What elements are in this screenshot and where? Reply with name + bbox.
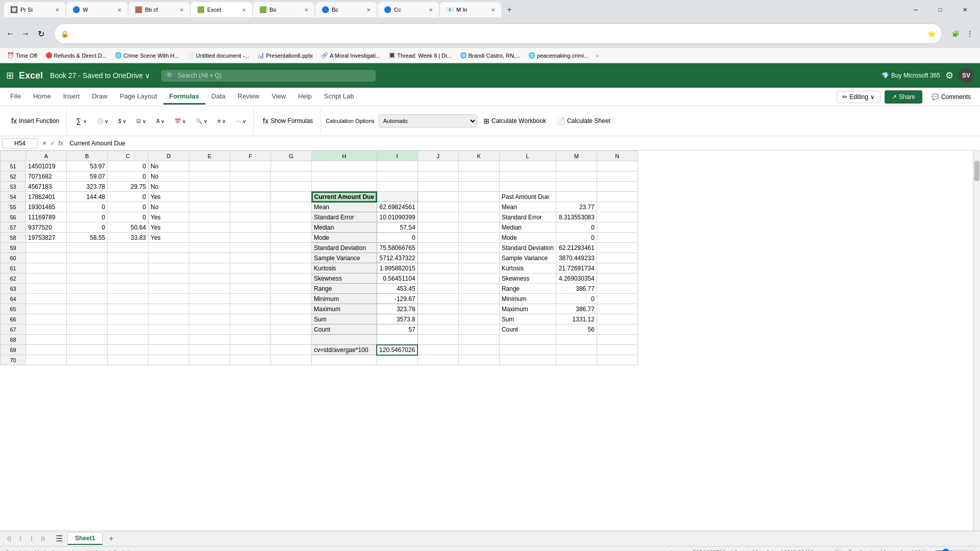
cell-b61[interactable] — [67, 263, 108, 273]
sheet-list-icon[interactable]: ☰ — [53, 533, 65, 545]
tab-insert[interactable]: Insert — [57, 89, 86, 105]
cell-h65[interactable]: Maximum — [312, 304, 377, 314]
minimize-button[interactable]: ─ — [904, 2, 927, 17]
cell-i58[interactable]: 0 — [377, 233, 418, 243]
tab-pr[interactable]: 🔲Pr Si✕ — [4, 2, 65, 17]
col-header-c[interactable]: C — [108, 151, 149, 161]
cell-a70[interactable] — [26, 355, 67, 365]
cell-l54[interactable]: Past Amount Due — [499, 192, 556, 202]
cell-n67[interactable] — [597, 324, 638, 335]
cell-d65[interactable] — [149, 304, 189, 314]
main-grid[interactable]: A B C D E F G H I J K L M N — [0, 151, 973, 531]
row-number[interactable]: 67 — [1, 324, 26, 335]
cell-j64[interactable] — [418, 294, 458, 304]
cell-j68[interactable] — [418, 335, 458, 345]
cell-f60[interactable] — [230, 253, 271, 263]
row-number[interactable]: 60 — [1, 253, 26, 263]
tab-view[interactable]: View — [265, 89, 292, 105]
cell-d61[interactable] — [149, 263, 189, 273]
cell-e54[interactable] — [189, 192, 230, 202]
col-header-j[interactable]: J — [418, 151, 458, 161]
cell-e51[interactable] — [189, 161, 230, 171]
zoom-slider[interactable] — [934, 548, 975, 552]
row-number[interactable]: 69 — [1, 345, 26, 355]
cell-a64[interactable] — [26, 294, 67, 304]
cell-b56[interactable]: 0 — [67, 212, 108, 222]
cell-c56[interactable]: 0 — [108, 212, 149, 222]
cell-i68[interactable] — [377, 335, 418, 345]
cell-m54[interactable] — [556, 192, 597, 202]
cell-m62[interactable]: 4.269030354 — [556, 273, 597, 284]
cell-l68[interactable] — [499, 335, 556, 345]
cell-d63[interactable] — [149, 284, 189, 294]
cell-j66[interactable] — [418, 314, 458, 324]
cell-l52[interactable] — [499, 171, 556, 182]
cell-n59[interactable] — [597, 243, 638, 253]
bookmark-refunds[interactable]: 🔴Refunds & Direct D... — [42, 51, 110, 60]
cell-c63[interactable] — [108, 284, 149, 294]
cell-b63[interactable] — [67, 284, 108, 294]
row-number[interactable]: 54 — [1, 192, 26, 202]
text-button[interactable]: A ∨ — [152, 116, 168, 126]
cell-n51[interactable] — [597, 161, 638, 171]
cell-l56[interactable]: Standard Error — [499, 212, 556, 222]
cell-g66[interactable] — [271, 314, 312, 324]
cell-c70[interactable] — [108, 355, 149, 365]
cell-a66[interactable] — [26, 314, 67, 324]
autosum-button[interactable]: ∑∨ — [72, 115, 91, 127]
cell-g60[interactable] — [271, 253, 312, 263]
cell-k53[interactable] — [458, 182, 499, 192]
col-header-l[interactable]: L — [499, 151, 556, 161]
cell-c62[interactable] — [108, 273, 149, 284]
cell-a60[interactable] — [26, 253, 67, 263]
cell-m57[interactable]: 0 — [556, 222, 597, 233]
cell-d52[interactable]: No — [149, 171, 189, 182]
row-number[interactable]: 57 — [1, 222, 26, 233]
cell-i62[interactable]: 0.56451104 — [377, 273, 418, 284]
cell-e52[interactable] — [189, 171, 230, 182]
cell-g67[interactable] — [271, 324, 312, 335]
cell-j69[interactable] — [418, 345, 458, 355]
row-number[interactable]: 58 — [1, 233, 26, 243]
cell-l64[interactable]: Minimum — [499, 294, 556, 304]
cell-f61[interactable] — [230, 263, 271, 273]
cell-k55[interactable] — [458, 202, 499, 212]
cell-h64[interactable]: Minimum — [312, 294, 377, 304]
financial-button[interactable]: $ ∨ — [114, 116, 130, 126]
cell-g51[interactable] — [271, 161, 312, 171]
cell-k61[interactable] — [458, 263, 499, 273]
cell-n69[interactable] — [597, 345, 638, 355]
cell-k69[interactable] — [458, 345, 499, 355]
cell-l55[interactable]: Mean — [499, 202, 556, 212]
cell-h68[interactable] — [312, 335, 377, 345]
cell-k67[interactable] — [458, 324, 499, 335]
cell-l57[interactable]: Median — [499, 222, 556, 233]
sheet-nav-next[interactable]: ⟩ — [27, 534, 37, 544]
cell-d68[interactable] — [149, 335, 189, 345]
cell-m61[interactable]: 21.72691734 — [556, 263, 597, 273]
address-bar[interactable]: 🔒 onedrive.live.com/edit.aspx?action=edi… — [54, 23, 942, 44]
cell-h67[interactable]: Count — [312, 324, 377, 335]
cell-l63[interactable]: Range — [499, 284, 556, 294]
ms-grid-icon[interactable]: ⊞ — [6, 70, 14, 81]
cell-i65[interactable]: 323.78 — [377, 304, 418, 314]
cell-h55[interactable]: Mean — [312, 202, 377, 212]
col-header-e[interactable]: E — [189, 151, 230, 161]
excel-search-box[interactable]: 🔍 — [161, 70, 376, 82]
cell-d66[interactable] — [149, 314, 189, 324]
cell-b67[interactable] — [67, 324, 108, 335]
close-button[interactable]: ✕ — [953, 2, 976, 17]
cell-j56[interactable] — [418, 212, 458, 222]
cell-a67[interactable] — [26, 324, 67, 335]
col-header-k[interactable]: K — [458, 151, 499, 161]
bookmark-peace[interactable]: 🌐peacemaking crimi... — [525, 51, 592, 60]
cell-i59[interactable]: 75.58066765 — [377, 243, 418, 253]
cell-g62[interactable] — [271, 273, 312, 284]
cell-c54[interactable]: 0 — [108, 192, 149, 202]
cell-j59[interactable] — [418, 243, 458, 253]
col-header-i[interactable]: I — [377, 151, 418, 161]
math-trig-button[interactable]: π ∨ — [213, 116, 230, 126]
cell-j52[interactable] — [418, 171, 458, 182]
cell-k56[interactable] — [458, 212, 499, 222]
cell-c59[interactable] — [108, 243, 149, 253]
